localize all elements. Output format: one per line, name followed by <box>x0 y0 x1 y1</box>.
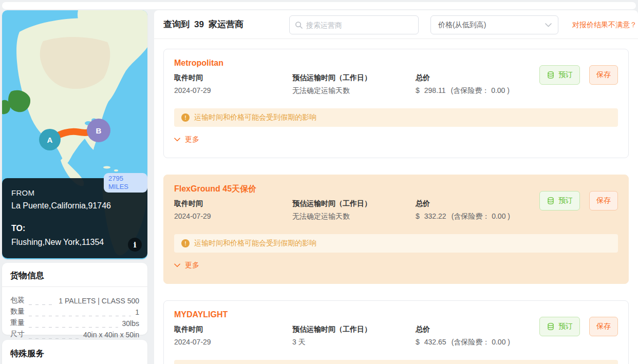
dotted-leader <box>29 337 79 339</box>
save-button-label: 保存 <box>596 70 611 79</box>
feedback-link[interactable]: 对报价结果不满意？ <box>572 21 637 30</box>
svg-text:B: B <box>96 126 102 135</box>
to-address: Flushing,New York,11354 <box>11 238 138 247</box>
save-button-label: 保存 <box>596 196 611 204</box>
search-input[interactable] <box>306 21 413 29</box>
cargo-value: 1 <box>135 308 139 316</box>
holiday-notice-banner: ! 运输时间和价格可能会受到假期的影响 <box>174 234 618 253</box>
dotted-leader <box>29 325 118 328</box>
results-count: 39 <box>194 20 204 29</box>
carrier-card-metropolitan: Metropolitan 取件时间 2024-07-29 预估运输时间（工作日）… <box>163 49 629 158</box>
currency-symbol: $ <box>416 338 420 346</box>
currency-symbol: $ <box>416 212 420 220</box>
pickup-field: 取件时间 2024-07-29 <box>174 73 292 95</box>
pickup-label: 取件时间 <box>174 324 292 334</box>
carrier-card-flexground: FlexGround 45天保价 取件时间 2024-07-29 预估运输时间（… <box>163 175 629 284</box>
distance-badge: 2795 MILES <box>104 173 147 193</box>
holiday-notice-banner: ! 运输时间和价格可能会受到假期的影响 <box>174 360 618 364</box>
book-button[interactable]: 预订 <box>539 317 580 336</box>
save-button[interactable]: 保存 <box>589 65 618 85</box>
more-toggle[interactable]: 更多 <box>174 261 199 270</box>
dotted-leader <box>29 314 131 316</box>
transit-value: 3 天 <box>292 337 416 347</box>
svg-text:A: A <box>47 136 53 144</box>
more-label: 更多 <box>185 135 199 144</box>
distance-value: 2795 <box>108 175 147 183</box>
transit-value: 无法确定运输天数 <box>292 212 416 221</box>
card-actions: 预订 保存 <box>539 317 618 336</box>
results-panel: 查询到39家运营商 价格(从低到高) 对报价结果不满意？ Metropolita… <box>154 10 638 364</box>
currency-symbol: $ <box>416 86 420 94</box>
special-services-title: 特殊服务 <box>2 347 147 360</box>
save-button[interactable]: 保存 <box>589 191 618 210</box>
more-toggle[interactable]: 更多 <box>174 135 199 144</box>
cargo-value: 30lbs <box>122 319 139 328</box>
price-value: $298.11(含保险费： 0.00 ) <box>416 86 618 95</box>
pickup-field: 取件时间 2024-07-29 <box>174 199 292 221</box>
pickup-value: 2024-07-29 <box>174 212 292 221</box>
warning-icon: ! <box>181 113 190 122</box>
from-address: La Puente,California,91746 <box>11 201 138 210</box>
transit-value: 无法确定运输天数 <box>292 86 416 95</box>
results-prefix: 查询到 <box>163 20 190 29</box>
insurance-note: (含保险费： 0.00 ) <box>452 212 510 220</box>
coins-icon <box>547 322 555 331</box>
cargo-row-weight: 重量 30lbs <box>10 316 139 328</box>
transit-field: 预估运输时间（工作日） 3 天 <box>292 324 416 347</box>
results-count-title: 查询到39家运营商 <box>163 18 243 30</box>
book-button-label: 预订 <box>558 70 573 80</box>
special-services-card: 特殊服务 <box>2 340 147 364</box>
coins-icon <box>547 197 555 205</box>
cargo-value: 1 PALLETS | CLASS 500 <box>59 297 139 305</box>
carrier-search-box <box>289 15 419 34</box>
cargo-row-quantity: 数量 1 <box>10 305 139 316</box>
holiday-notice-text: 运输时间和价格可能会受到假期的影响 <box>194 239 316 248</box>
save-button-label: 保存 <box>596 322 611 330</box>
transit-label: 预估运输时间（工作日） <box>292 73 416 82</box>
more-label: 更多 <box>185 261 199 270</box>
quote-results-page: A B 2795 MILES FROM La Puente,California… <box>0 0 638 364</box>
sort-selected-value: 价格(从低到高) <box>438 21 486 30</box>
transit-label: 预估运输时间（工作日） <box>292 199 416 208</box>
transit-field: 预估运输时间（工作日） 无法确定运输天数 <box>292 199 416 221</box>
cargo-info-card: 货物信息 包装 1 PALLETS | CLASS 500 数量 1 重量 30… <box>2 263 147 335</box>
cargo-label: 尺寸 <box>10 330 25 339</box>
card-actions: 预订 保存 <box>539 191 618 210</box>
search-icon <box>295 21 303 29</box>
chevron-down-icon <box>174 138 180 142</box>
insurance-note: (含保险费： 0.00 ) <box>452 338 510 346</box>
chevron-down-icon <box>545 23 552 27</box>
distance-unit: MILES <box>108 183 147 191</box>
transit-label: 预估运输时间（工作日） <box>292 324 416 334</box>
price-amount: 432.65 <box>424 338 446 346</box>
save-button[interactable]: 保存 <box>589 317 618 336</box>
to-label: TO: <box>11 224 138 233</box>
warning-icon: ! <box>181 239 190 247</box>
price-value: $432.65(含保险费： 0.00 ) <box>416 337 618 347</box>
holiday-notice-banner: ! 运输时间和价格可能会受到假期的影响 <box>174 108 618 127</box>
book-button[interactable]: 预订 <box>539 65 580 85</box>
cargo-info-title: 货物信息 <box>2 268 147 287</box>
route-map-card: A B 2795 MILES FROM La Puente,California… <box>2 10 147 259</box>
book-button[interactable]: 预订 <box>539 191 580 210</box>
cargo-rows: 包装 1 PALLETS | CLASS 500 数量 1 重量 30lbs 尺… <box>2 287 147 339</box>
collapsed-header-bar <box>2 2 636 9</box>
pickup-label: 取件时间 <box>174 199 292 208</box>
destination-marker: B <box>87 119 110 142</box>
book-button-label: 预订 <box>558 196 573 205</box>
transit-field: 预估运输时间（工作日） 无法确定运输天数 <box>292 73 416 95</box>
price-amount: 332.22 <box>424 212 446 220</box>
sidebar: A B 2795 MILES FROM La Puente,California… <box>2 10 147 364</box>
holiday-notice-text: 运输时间和价格可能会受到假期的影响 <box>194 113 316 122</box>
carrier-list: Metropolitan 取件时间 2024-07-29 预估运输时间（工作日）… <box>154 39 638 364</box>
pickup-value: 2024-07-29 <box>174 86 292 95</box>
cargo-label: 重量 <box>10 318 25 328</box>
results-header: 查询到39家运营商 价格(从低到高) 对报价结果不满意？ <box>154 10 638 39</box>
book-button-label: 预订 <box>558 322 573 331</box>
sort-select[interactable]: 价格(从低到高) <box>430 15 558 34</box>
carrier-card-mydaylight: MYDAYLIGHT 取件时间 2024-07-29 预估运输时间（工作日） 3… <box>163 300 629 364</box>
info-icon[interactable]: i <box>128 238 142 252</box>
pickup-field: 取件时间 2024-07-29 <box>174 324 292 347</box>
price-value: $332.22(含保险费： 0.00 ) <box>416 212 618 221</box>
chevron-down-icon <box>174 263 180 267</box>
